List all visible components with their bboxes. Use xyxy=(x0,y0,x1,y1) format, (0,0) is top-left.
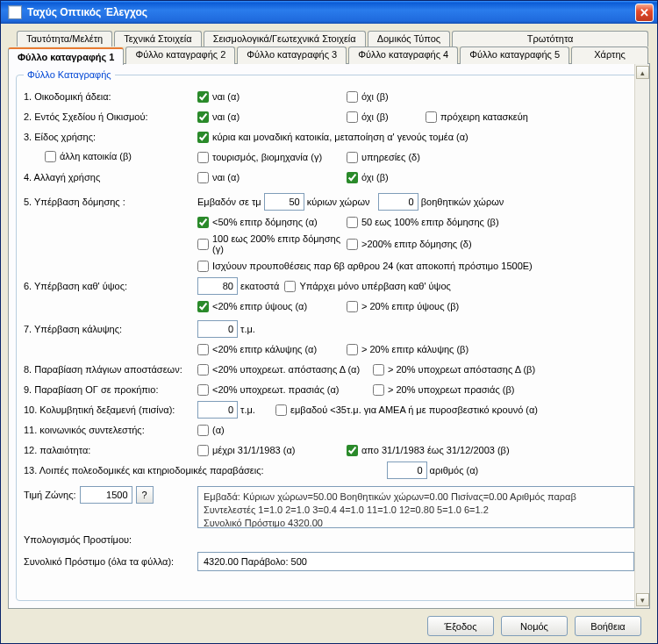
calc-output: Εμβαδά: Κύριων χώρων=50.00 Βοηθητικών χώ… xyxy=(197,486,634,528)
q6-label: 6. Υπέρβαση καθ' ύψος: xyxy=(24,281,197,291)
q3-c[interactable] xyxy=(197,152,209,163)
tabs-sub: Φύλλο καταγραφής 1 Φύλλο καταγραφής 2 Φύ… xyxy=(8,47,650,64)
tab-seismo[interactable]: Σεισμολογικά/Γεωτεχνικά Στοιχεία xyxy=(204,31,366,47)
q13-value[interactable] xyxy=(387,462,427,479)
q7-b[interactable] xyxy=(347,344,358,355)
q12-a[interactable] xyxy=(197,445,209,456)
footer-buttons: Έξοδος Νομός Βοήθεια xyxy=(8,609,650,636)
q5-area-main[interactable] xyxy=(264,193,304,211)
q3-label: 3. Είδος χρήσης: xyxy=(24,132,197,142)
q10-unit: τ.μ. xyxy=(240,404,275,415)
client-area: Ταυτότητα/Μελέτη Τεχνικά Στοιχεία Σεισμο… xyxy=(1,24,657,643)
zone-value[interactable] xyxy=(80,486,132,504)
q1-no[interactable] xyxy=(347,91,358,103)
tab-sheet-4[interactable]: Φύλλο καταγραφής 4 xyxy=(348,47,458,64)
q5-c[interactable] xyxy=(197,239,209,250)
q3-b[interactable] xyxy=(45,151,56,162)
q11-label: 11. κοινωνικός συντελεστής: xyxy=(24,425,197,435)
window-title: Ταχύς Οπτικός Έλεγχος xyxy=(27,6,147,18)
q5-a[interactable] xyxy=(197,217,209,228)
scroll-down-icon[interactable]: ▾ xyxy=(636,593,649,606)
tab-technical[interactable]: Τεχνικά Στοιχεία xyxy=(114,31,201,47)
q11-a[interactable] xyxy=(197,425,209,436)
q10-label: 10. Κολυμβητική δεξαμενή (πισίνα): xyxy=(24,404,197,415)
app-window: Ταχύς Οπτικός Έλεγχος ✕ Ταυτότητα/Μελέτη… xyxy=(0,0,658,644)
tab-structural[interactable]: Δομικός Τύπος xyxy=(368,31,451,47)
q6-b[interactable] xyxy=(347,301,358,312)
q8-label: 8. Παραβίαση πλάγιων αποστάσεων: xyxy=(24,364,197,375)
q9-a[interactable] xyxy=(197,384,209,396)
q5-area-aux[interactable] xyxy=(378,193,418,211)
q2-label: 2. Εντός Σχεδίου ή Οικισμού: xyxy=(24,111,197,122)
record-sheet-fieldset: Φύλλο Καταγραφής 1. Οικοδομική άδεια: να… xyxy=(16,69,642,601)
q13-unit: αριθμός (α) xyxy=(430,465,479,476)
q6-only[interactable] xyxy=(284,281,296,292)
q9-label: 9. Παραβίαση ΟΓ σε προκήπιο: xyxy=(24,384,197,395)
tab-map[interactable]: Χάρτης xyxy=(571,47,648,64)
tab-sheet-2[interactable]: Φύλλο καταγραφής 2 xyxy=(125,47,235,64)
q12-label: 12. παλαιότητα: xyxy=(24,445,197,455)
q3-d[interactable] xyxy=(347,152,358,163)
q8-a[interactable] xyxy=(197,364,209,376)
q5-pre: Εμβαδόν σε τμ xyxy=(197,197,261,207)
zone-label: Τιμή Ζώνης: xyxy=(24,490,76,500)
total-label: Συνολικό Πρόστιμο (όλα τα φύλλα): xyxy=(24,556,197,567)
tab-sheet-1[interactable]: Φύλλο καταγραφής 1 xyxy=(8,47,124,65)
q2-yes[interactable] xyxy=(197,111,209,123)
law-button[interactable]: Νομός xyxy=(501,616,568,636)
q5-label: 5. Υπέρβαση δόμησης : xyxy=(24,197,197,207)
tab-panel: ▴ ▾ Φύλλο Καταγραφής 1. Οικοδομική άδεια… xyxy=(8,63,650,609)
help-button[interactable]: Βοήθεια xyxy=(575,616,641,636)
calc-label: Υπολογισμός Προστίμου: xyxy=(24,534,197,545)
q7-value[interactable] xyxy=(197,320,238,338)
q5-d[interactable] xyxy=(347,239,358,250)
exit-button[interactable]: Έξοδος xyxy=(427,616,494,636)
q1-label: 1. Οικοδομική άδεια: xyxy=(24,91,197,102)
tab-vulnerability[interactable]: Τρωτότητα xyxy=(452,31,648,47)
q10-value[interactable] xyxy=(197,401,238,419)
close-icon[interactable]: ✕ xyxy=(635,4,654,22)
q4-label: 4. Αλλαγή χρήσης xyxy=(24,172,197,182)
fieldset-legend: Φύλλο Καταγραφής xyxy=(24,69,115,80)
q5-mid: κύριων χώρων xyxy=(307,197,370,207)
q5-e[interactable] xyxy=(197,261,209,272)
q4-yes[interactable] xyxy=(197,172,209,183)
q7-unit: τ.μ. xyxy=(240,324,255,334)
q6-unit: εκατοστά xyxy=(240,281,279,291)
app-icon xyxy=(8,5,22,19)
q5-post: βοηθητικών χώρων xyxy=(421,197,504,207)
q1-yes[interactable] xyxy=(197,91,209,103)
titlebar: Ταχύς Οπτικός Έλεγχος ✕ xyxy=(1,1,657,24)
total-value[interactable] xyxy=(197,552,634,571)
q2-temp[interactable] xyxy=(426,111,437,123)
q6-height[interactable] xyxy=(197,277,238,295)
q7-label: 7. Υπέρβαση κάλυψης: xyxy=(24,324,197,334)
scrollbar[interactable]: ▴ ▾ xyxy=(634,64,649,608)
q6-a[interactable] xyxy=(197,301,209,312)
q9-b[interactable] xyxy=(373,384,384,396)
q10-a[interactable] xyxy=(275,404,287,416)
q2-no[interactable] xyxy=(347,111,358,123)
q5-b[interactable] xyxy=(347,217,358,228)
tab-identity[interactable]: Ταυτότητα/Μελέτη xyxy=(17,31,112,47)
q8-b[interactable] xyxy=(373,364,384,376)
q13-label: 13. Λοιπές πολεοδομικές και κτηριοδομικέ… xyxy=(24,465,290,476)
zone-help-button[interactable]: ? xyxy=(136,486,154,504)
tab-sheet-5[interactable]: Φύλλο καταγραφής 5 xyxy=(460,47,569,64)
tab-sheet-3[interactable]: Φύλλο καταγραφής 3 xyxy=(237,47,347,64)
q4-no[interactable] xyxy=(347,172,358,183)
tabs-top: Ταυτότητα/Μελέτη Τεχνικά Στοιχεία Σεισμο… xyxy=(17,31,650,47)
q3-a[interactable] xyxy=(197,132,209,143)
q12-b[interactable] xyxy=(347,445,358,456)
scroll-up-icon[interactable]: ▴ xyxy=(636,66,649,79)
q7-a[interactable] xyxy=(197,344,209,355)
